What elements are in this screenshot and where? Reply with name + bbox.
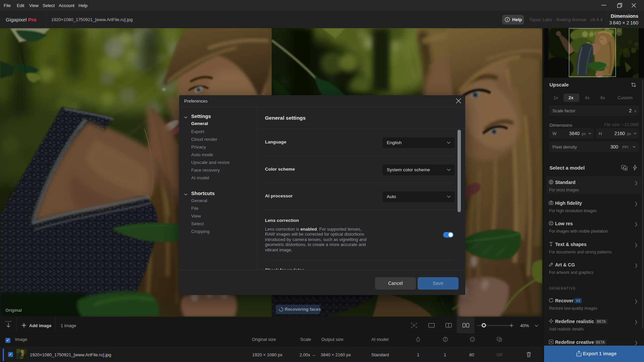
svg-text:B: B	[625, 167, 627, 170]
